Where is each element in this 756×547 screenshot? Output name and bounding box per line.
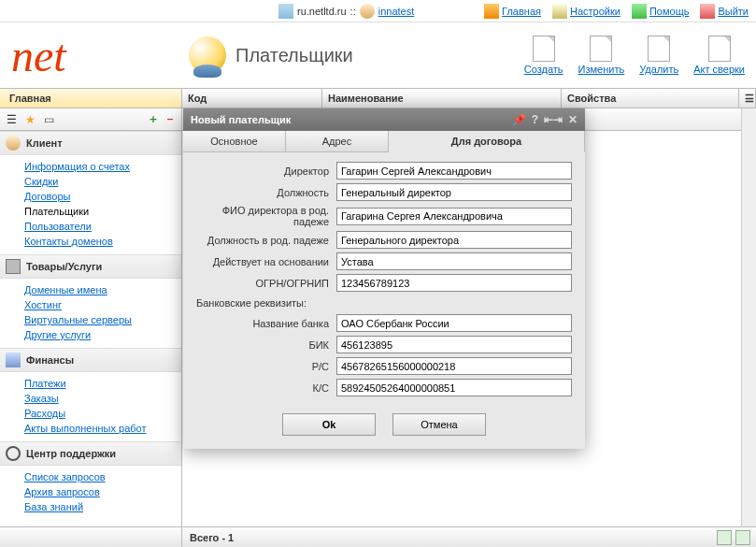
home-icon bbox=[484, 4, 499, 19]
group-title: Центр поддержки bbox=[26, 448, 116, 459]
help-icon bbox=[632, 4, 647, 19]
sidebar: ☰ ★ ▭ ＋ － КлиентИнформация о счетахСкидк… bbox=[0, 108, 182, 526]
sidebar-item[interactable]: Акты выполненных работ bbox=[24, 421, 181, 436]
sidebar-items: ПлатежиЗаказыРасходыАкты выполненных раб… bbox=[0, 372, 181, 441]
tab-main[interactable]: Основное bbox=[183, 131, 286, 151]
gear-icon bbox=[552, 4, 567, 19]
create-label: Создать bbox=[524, 64, 563, 75]
sidebar-item[interactable]: Плательщики bbox=[24, 204, 181, 219]
input-director[interactable] bbox=[336, 162, 572, 180]
col-menu[interactable]: ☰ bbox=[739, 89, 756, 108]
nav-exit[interactable]: Выйти bbox=[700, 4, 749, 19]
help-link[interactable]: Помощь bbox=[649, 6, 690, 17]
sidebar-item[interactable]: Виртуальные серверы bbox=[24, 312, 181, 327]
create-button[interactable]: Создать bbox=[524, 36, 563, 75]
label-ks: К/С bbox=[196, 382, 336, 394]
sidebar-item[interactable]: Заказы bbox=[24, 391, 181, 406]
sidebar-item[interactable]: База знаний bbox=[24, 499, 181, 514]
delete-button[interactable]: Удалить bbox=[639, 36, 678, 75]
cancel-button[interactable]: Отмена bbox=[392, 413, 486, 436]
sidebar-group-header[interactable]: Клиент bbox=[0, 131, 181, 155]
input-position[interactable] bbox=[336, 183, 572, 201]
export-xls-icon[interactable] bbox=[717, 530, 732, 545]
page-title: Плательщики bbox=[235, 45, 353, 66]
nav-home[interactable]: Главная bbox=[484, 4, 541, 19]
tab-contract[interactable]: Для договора bbox=[389, 131, 585, 152]
edit-label: Изменить bbox=[578, 64, 625, 75]
group-icon bbox=[6, 259, 21, 274]
label-basis: Действует на основании bbox=[196, 256, 336, 267]
input-ogrn[interactable] bbox=[336, 274, 572, 292]
sidebar-item[interactable]: Платежи bbox=[24, 376, 181, 391]
dialog-title-bar[interactable]: Новый плательщик 📌 ? ⇤⇥ ✕ bbox=[183, 108, 585, 131]
domain-text: ru.netltd.ru bbox=[297, 6, 347, 17]
settings-link[interactable]: Настройки bbox=[570, 6, 620, 17]
sidebar-item[interactable]: Договоры bbox=[24, 189, 181, 204]
sidebar-item[interactable]: Список запросов bbox=[24, 469, 181, 484]
pin-icon[interactable]: 📌 bbox=[512, 113, 526, 126]
dialog-buttons: Ok Отмена bbox=[183, 406, 585, 449]
label-director-gen: ФИО директора в род. падеже bbox=[196, 205, 336, 227]
collapse-icon[interactable]: ⇤⇥ bbox=[544, 113, 563, 126]
label-position-gen: Должность в род. падеже bbox=[196, 235, 336, 246]
tab-address[interactable]: Адрес bbox=[286, 131, 389, 151]
label-position: Должность bbox=[196, 187, 336, 198]
footer: Всего - 1 bbox=[0, 526, 756, 547]
edit-button[interactable]: Изменить bbox=[578, 36, 625, 75]
expand-icon[interactable]: ＋ bbox=[146, 112, 161, 127]
sidebar-group-header[interactable]: Центр поддержки bbox=[0, 441, 181, 466]
col-props[interactable]: Свойства bbox=[562, 89, 739, 108]
act-button[interactable]: Акт сверки bbox=[693, 36, 745, 75]
col-main[interactable]: Главная bbox=[0, 89, 182, 108]
group-icon bbox=[6, 353, 21, 367]
exit-icon bbox=[700, 4, 715, 19]
label-rs: Р/С bbox=[196, 361, 336, 372]
sidebar-item[interactable]: Пользователи bbox=[24, 219, 181, 234]
collapse-icon[interactable]: － bbox=[163, 112, 178, 127]
sidebar-item[interactable]: Хостинг bbox=[24, 297, 181, 312]
sidebar-item[interactable]: Доменные имена bbox=[24, 282, 181, 297]
dialog-tabs: Основное Адрес Для договора bbox=[183, 131, 585, 152]
user-link[interactable]: innatest bbox=[378, 6, 415, 17]
sidebar-item[interactable]: Скидки bbox=[24, 174, 181, 189]
ok-button[interactable]: Ok bbox=[282, 413, 376, 436]
nav-settings[interactable]: Настройки bbox=[552, 4, 620, 19]
scrollbar[interactable] bbox=[741, 108, 756, 526]
sidebar-item[interactable]: Расходы bbox=[24, 406, 181, 421]
act-icon bbox=[708, 36, 731, 62]
star-icon[interactable]: ★ bbox=[22, 112, 37, 127]
help-icon[interactable]: ? bbox=[532, 113, 538, 126]
close-icon[interactable]: ✕ bbox=[568, 113, 578, 126]
label-bank-name: Название банка bbox=[196, 318, 336, 329]
label-director: Директор bbox=[196, 166, 336, 177]
input-bank-name[interactable] bbox=[336, 314, 572, 332]
sidebar-item[interactable]: Архив запросов bbox=[24, 484, 181, 499]
dialog-new-payer: Новый плательщик 📌 ? ⇤⇥ ✕ Основное Адрес… bbox=[183, 108, 585, 449]
tool-doc-icon[interactable]: ▭ bbox=[41, 112, 56, 127]
sidebar-groups: КлиентИнформация о счетахСкидкиДоговорыП… bbox=[0, 131, 181, 520]
input-director-gen[interactable] bbox=[336, 208, 572, 225]
exit-link[interactable]: Выйти bbox=[718, 6, 749, 17]
sidebar-group-header[interactable]: Товары/Услуги bbox=[0, 254, 181, 279]
input-rs[interactable] bbox=[336, 357, 572, 375]
label-bik: БИК bbox=[196, 339, 336, 351]
nav-help[interactable]: Помощь bbox=[632, 4, 690, 19]
col-name[interactable]: Наименование bbox=[322, 89, 562, 108]
payers-icon bbox=[189, 36, 226, 74]
sidebar-item[interactable]: Другие услуги bbox=[24, 327, 181, 342]
input-ks[interactable] bbox=[336, 379, 572, 396]
tool-list-icon[interactable]: ☰ bbox=[4, 112, 19, 127]
input-bik[interactable] bbox=[336, 336, 572, 353]
input-basis[interactable] bbox=[336, 252, 572, 270]
topbar: ru.netltd.ru :: innatest Главная Настрой… bbox=[0, 0, 756, 22]
sidebar-item[interactable]: Контакты доменов bbox=[24, 234, 181, 249]
bank-section-label: Банковские реквизиты: bbox=[196, 297, 572, 309]
input-position-gen[interactable] bbox=[336, 231, 572, 249]
sidebar-item[interactable]: Информация о счетах bbox=[24, 159, 181, 174]
sidebar-group-header[interactable]: Финансы bbox=[0, 348, 181, 372]
home-link[interactable]: Главная bbox=[502, 6, 541, 17]
col-code[interactable]: Код bbox=[182, 89, 322, 108]
delete-label: Удалить bbox=[639, 64, 678, 75]
export-icon[interactable] bbox=[735, 530, 750, 545]
footer-total: Всего - 1 bbox=[182, 532, 241, 543]
